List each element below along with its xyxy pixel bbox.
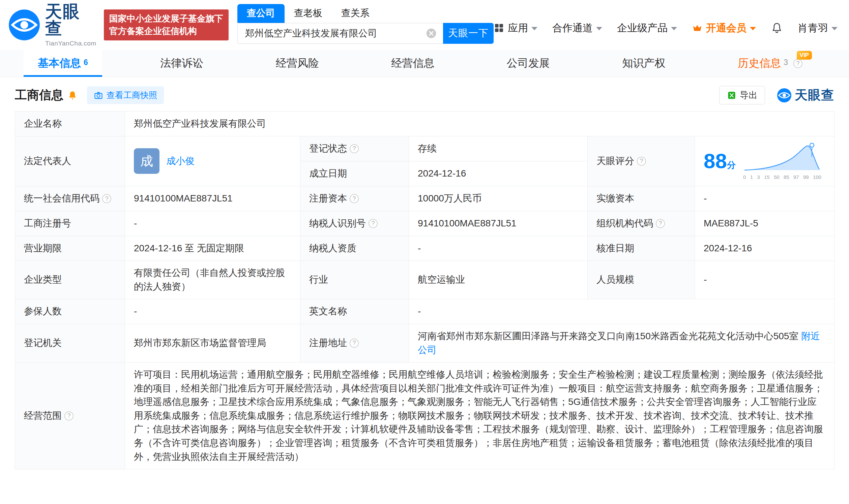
legal-rep-label: 法定代表人 (15, 136, 125, 186)
help-icon[interactable]: ? (656, 219, 665, 228)
help-icon[interactable]: ? (368, 219, 378, 228)
apps-grid-icon (493, 22, 504, 33)
table-row: 参保人数 - 英文名称 - (15, 299, 834, 324)
tab-basic-info[interactable]: 基本信息 6 (23, 50, 102, 77)
gov-certification-badge: 国家中小企业发展子基金旗下 官方备案企业征信机构 (104, 10, 229, 40)
nav-apps[interactable]: 应用 (493, 21, 537, 35)
tab-label: 历史信息 (738, 56, 781, 71)
chevron-down-icon (750, 27, 756, 30)
english-name-value: - (409, 299, 834, 324)
help-icon[interactable]: ? (64, 411, 73, 420)
score-value: 88 (704, 149, 727, 173)
legal-rep-cell: 成 成小俊 (125, 136, 300, 186)
taxpayer-quality-label: 纳税人资质 (300, 236, 409, 261)
credit-code-label: 统一社会信用代码 ? (15, 186, 125, 211)
tab-label: 经营信息 (391, 56, 434, 71)
tab-label: 经营风险 (276, 56, 319, 71)
tab-legal-proceedings[interactable]: 法律诉讼 (146, 50, 218, 77)
section-title: 工商信息 (15, 87, 64, 104)
credit-code-value: 91410100MAE887JL51 (125, 186, 300, 211)
help-icon[interactable]: ? (350, 194, 359, 203)
business-term-value: 2024-12-16 至 无固定期限 (125, 236, 300, 261)
notifications-bell-icon[interactable] (771, 22, 783, 34)
tianyancha-company-page: 天眼查 TianYanCha.com 国家中小企业发展子基金旗下 官方备案企业征… (0, 0, 849, 504)
staff-size-value: - (695, 261, 834, 299)
tianyancha-logo[interactable]: 天眼查 TianYanCha.com (7, 3, 97, 47)
establish-date-label: 成立日期 (300, 161, 409, 186)
establish-date-value: 2024-12-16 (409, 161, 588, 186)
help-icon[interactable]: ? (102, 194, 111, 203)
help-icon[interactable]: ? (350, 144, 359, 153)
score-label: 天眼评分 ? (588, 136, 695, 186)
table-row: 经营范围 ? 许可项目：民用机场运营；通用航空服务；民用航空器维修；民用航空维修… (15, 362, 834, 469)
company-name-value: 郑州低空产业科技发展有限公司 (125, 111, 834, 137)
reg-status-label: 登记状态 ? (300, 136, 409, 161)
tab-company-development[interactable]: 公司发展 (492, 50, 564, 77)
score-distribution-chart: 01 315 5085 9799 100 (743, 142, 821, 181)
business-term-label: 营业期限 (15, 236, 125, 261)
help-icon[interactable]: ? (793, 59, 802, 68)
chevron-down-icon (531, 27, 537, 30)
table-row: 企业类型 有限责任公司（非自然人投资或控股的法人独资） 行业 航空运输业 人员规… (15, 261, 834, 299)
search-tab-boss[interactable]: 查老板 (284, 4, 332, 23)
score-unit: 分 (727, 160, 736, 170)
reg-status-value: 存续 (409, 136, 588, 161)
subscribe-bell-icon[interactable] (67, 90, 77, 101)
taxpayer-quality-value: - (409, 236, 588, 261)
insured-count-value: - (125, 299, 300, 324)
clear-search-icon[interactable] (426, 28, 437, 39)
tab-operating-info[interactable]: 经营信息 (377, 50, 448, 77)
business-info-table: 企业名称 郑州低空产业科技发展有限公司 法定代表人 成 成小俊 登记状态 ? 存… (15, 111, 834, 469)
company-name-label: 企业名称 (15, 111, 125, 137)
tab-count: 6 (84, 58, 88, 67)
help-icon[interactable]: ? (637, 157, 646, 166)
search-input[interactable] (237, 23, 443, 44)
nav-partnership[interactable]: 合作通道 (552, 21, 602, 35)
tab-intellectual-property[interactable]: 知识产权 (608, 50, 680, 77)
business-info-header: 工商信息 查看工商快照 导出 天眼查 (0, 77, 849, 111)
company-tabbar: 基本信息 6 法律诉讼 经营风险 经营信息 公司发展 知识产权 VIP 历史信息… (0, 50, 849, 77)
reg-capital-label: 注册资本 ? (300, 186, 409, 211)
tab-operating-risk[interactable]: 经营风险 (262, 50, 333, 77)
tab-label: 基本信息 (38, 56, 81, 71)
legal-rep-avatar[interactable]: 成 (134, 148, 159, 174)
reg-address-label: 注册地址 ? (300, 324, 409, 362)
search-tab-company[interactable]: 查公司 (237, 4, 284, 23)
view-snapshot-button[interactable]: 查看工商快照 (87, 86, 164, 104)
badge-line2: 官方备案企业征信机构 (109, 25, 223, 37)
header-nav: 应用 合作通道 企业级产品 开通会员 (493, 21, 837, 35)
tab-count: 3 (784, 58, 788, 67)
tianyancha-eye-icon (7, 8, 41, 42)
reg-authority-value: 郑州市郑东新区市场监督管理局 (125, 324, 300, 362)
org-code-value: MAE887JL-5 (695, 211, 834, 236)
chevron-down-icon (671, 27, 677, 30)
score-cell: 88分 01 315 5085 9799 (695, 136, 834, 186)
approval-date-value: 2024-12-16 (695, 236, 834, 261)
tianyancha-eye-icon (777, 88, 792, 103)
help-icon[interactable]: ? (350, 339, 359, 348)
search-button[interactable]: 天眼一下 (443, 23, 493, 44)
camera-icon (94, 91, 103, 100)
user-menu[interactable]: 肖青羽 (798, 21, 837, 35)
search-tab-relation[interactable]: 查关系 (332, 4, 379, 23)
brand-domain: TianYanCha.com (45, 40, 97, 47)
company-type-label: 企业类型 (15, 261, 125, 299)
reg-authority-label: 登记机关 (15, 324, 125, 362)
tab-history-info[interactable]: VIP 历史信息 3 ? (724, 50, 817, 77)
legal-rep-link[interactable]: 成小俊 (166, 154, 194, 168)
crown-icon (692, 22, 703, 33)
reg-number-value: - (125, 211, 300, 236)
nav-open-vip[interactable]: 开通会员 (692, 21, 756, 35)
search-block: 查公司 查老板 查关系 天眼一下 (237, 0, 493, 44)
search-tabs: 查公司 查老板 查关系 (237, 4, 493, 23)
staff-size-label: 人员规模 (588, 261, 695, 299)
nav-enterprise-products[interactable]: 企业级产品 (617, 21, 677, 35)
business-scope-label: 经营范围 ? (15, 362, 125, 469)
nav-enterprise-label: 企业级产品 (617, 21, 668, 35)
reg-capital-value: 10000万人民币 (409, 186, 588, 211)
top-header: 天眼查 TianYanCha.com 国家中小企业发展子基金旗下 官方备案企业征… (0, 0, 849, 50)
reg-number-label: 工商注册号 (15, 211, 125, 236)
watermark-label: 天眼查 (795, 87, 834, 104)
export-button[interactable]: 导出 (719, 86, 765, 105)
approval-date-label: 核准日期 (588, 236, 695, 261)
